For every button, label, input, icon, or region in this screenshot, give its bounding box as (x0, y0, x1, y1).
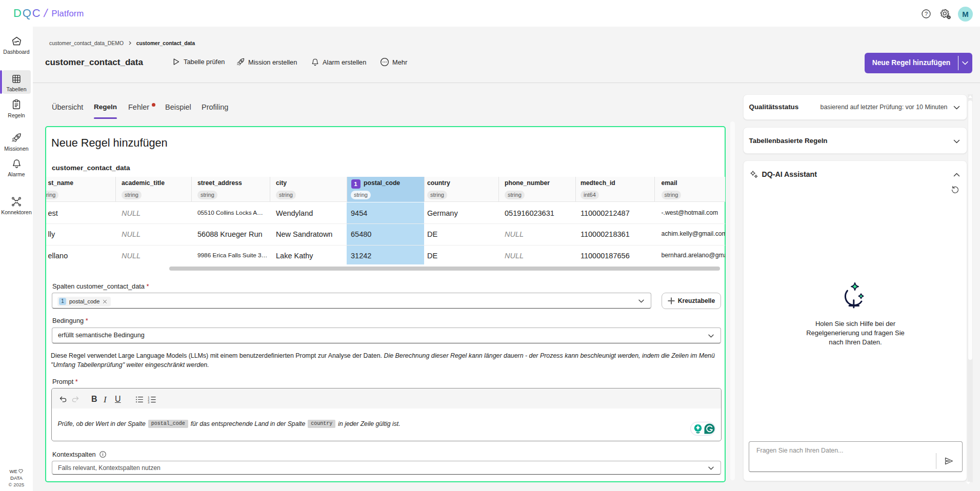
svg-text:3: 3 (148, 400, 149, 403)
svg-text:?: ? (925, 11, 928, 17)
